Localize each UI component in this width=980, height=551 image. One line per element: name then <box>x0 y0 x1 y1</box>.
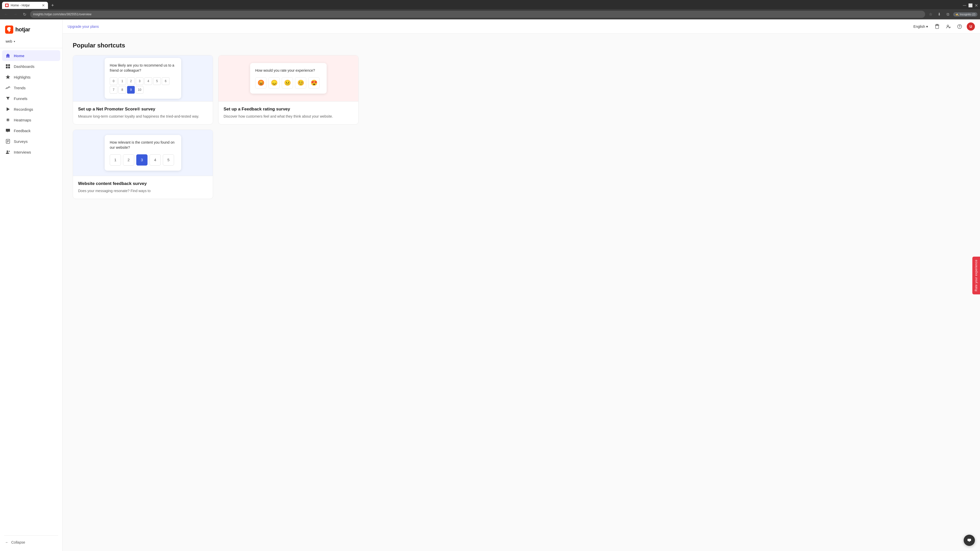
sidebar-item-surveys[interactable]: Surveys <box>0 136 62 147</box>
language-selector[interactable]: English ▾ <box>912 23 930 30</box>
nps-card-desc: Measure long-term customer loyalty and h… <box>78 114 208 119</box>
rate-experience-button[interactable]: Rate your experience <box>972 257 980 294</box>
incognito-label: Incognito (2) <box>960 13 975 16</box>
svg-marker-6 <box>6 107 10 111</box>
rating-btn-3[interactable]: 3 <box>136 154 148 165</box>
nps-widget: How likely are you to recommend us to a … <box>105 58 181 98</box>
app-container: hotjar web ▾ Home Dashboards <box>0 19 980 551</box>
nps-card-body: Set up a Net Promoter Score® survey Meas… <box>73 101 213 124</box>
nps-btn-9[interactable]: 9 <box>127 86 135 94</box>
svg-point-15 <box>9 151 10 152</box>
sidebar-logo-text: hotjar <box>15 26 30 33</box>
forward-button[interactable]: → <box>12 11 19 18</box>
emoji-angry[interactable]: 😡 <box>255 77 266 89</box>
sidebar-item-recordings[interactable]: Recordings <box>0 104 62 114</box>
svg-rect-5 <box>8 67 10 68</box>
add-user-button[interactable] <box>944 22 953 30</box>
sidebar-collapse-button[interactable]: ← Collapse <box>0 538 62 547</box>
upgrade-link[interactable]: Upgrade your plans <box>68 24 99 29</box>
emoji-love[interactable]: 😍 <box>308 77 320 89</box>
tab-nav: ─ ⬜ ✕ <box>963 3 978 8</box>
site-selector[interactable]: web ▾ <box>3 38 18 45</box>
minimize-button[interactable]: ─ <box>963 3 966 8</box>
new-feature-button[interactable] <box>933 22 941 30</box>
reload-button[interactable]: ↻ <box>21 11 28 18</box>
download-button[interactable]: ⬇ <box>936 11 943 18</box>
content-feedback-card[interactable]: How relevant is the content you found on… <box>73 130 213 199</box>
tab-title: Home - Hotjar <box>11 3 40 7</box>
funnels-icon <box>5 96 11 101</box>
language-label: English <box>913 24 925 29</box>
sidebar-item-trends[interactable]: Trends <box>0 83 62 93</box>
trends-icon <box>5 85 11 91</box>
feedback-rating-card-body: Set up a Feedback rating survey Discover… <box>218 101 358 124</box>
sidebar-divider <box>4 535 58 536</box>
sidebar-item-heatmaps-label: Heatmaps <box>14 118 31 122</box>
sidebar-item-highlights[interactable]: Highlights <box>0 72 62 83</box>
svg-rect-4 <box>6 67 8 68</box>
add-user-icon <box>946 24 951 29</box>
nps-btn-5[interactable]: 5 <box>153 77 161 85</box>
sidebar-navigation: Home Dashboards Highlights <box>0 50 62 534</box>
tab-bar: Home - Hotjar ✕ + ─ ⬜ ✕ <box>0 0 980 9</box>
nps-scale: 0 1 2 3 4 5 6 7 8 9 <box>110 77 176 94</box>
content-feedback-preview: How relevant is the content you found on… <box>73 130 213 176</box>
sidebar: hotjar web ▾ Home Dashboards <box>0 19 62 551</box>
new-tab-button[interactable]: + <box>49 2 56 9</box>
sidebar-item-trends-label: Trends <box>14 86 25 90</box>
bookmark-button[interactable]: ☆ <box>927 11 934 18</box>
help-button[interactable]: ? <box>956 22 964 30</box>
language-chevron: ▾ <box>926 24 928 29</box>
collapse-icon: ← <box>5 540 9 545</box>
chat-icon <box>966 537 972 543</box>
back-button[interactable]: ← <box>3 11 10 18</box>
heatmaps-icon <box>5 117 11 123</box>
chat-bubble-button[interactable] <box>964 535 975 546</box>
nps-btn-4[interactable]: 4 <box>145 77 152 85</box>
collapse-label: Collapse <box>11 540 25 545</box>
feedback-icon <box>5 128 11 133</box>
maximize-button[interactable]: ⬜ <box>968 3 973 7</box>
nps-btn-7[interactable]: 7 <box>110 86 118 94</box>
sidebar-item-dashboards[interactable]: Dashboards <box>0 61 62 72</box>
nps-btn-3[interactable]: 3 <box>136 77 143 85</box>
emoji-neutral[interactable]: 😐 <box>282 77 293 89</box>
sidebar-item-heatmaps[interactable]: Heatmaps <box>0 114 62 125</box>
tab-close-button[interactable]: ✕ <box>42 3 45 7</box>
svg-rect-3 <box>8 64 10 66</box>
nps-btn-8[interactable]: 8 <box>118 86 126 94</box>
rating-btn-5[interactable]: 5 <box>163 154 174 165</box>
sidebar-item-interviews[interactable]: Interviews <box>0 147 62 157</box>
user-avatar[interactable]: U <box>967 22 975 30</box>
svg-point-17 <box>947 25 948 27</box>
sidebar-item-funnels[interactable]: Funnels <box>0 93 62 104</box>
nps-btn-2[interactable]: 2 <box>127 77 135 85</box>
sidebar-item-feedback[interactable]: Feedback <box>0 125 62 136</box>
site-selector-chevron: ▾ <box>14 40 15 43</box>
nps-btn-1[interactable]: 1 <box>118 77 126 85</box>
extensions-button[interactable]: ⧉ <box>945 11 952 18</box>
nps-btn-0[interactable]: 0 <box>110 77 118 85</box>
sidebar-item-home[interactable]: Home <box>2 50 60 61</box>
rating-btn-4[interactable]: 4 <box>150 154 161 165</box>
sidebar-item-dashboards-label: Dashboards <box>14 64 35 68</box>
nps-btn-10[interactable]: 10 <box>136 86 143 94</box>
sidebar-item-surveys-label: Surveys <box>14 139 27 144</box>
browser-tab-active[interactable]: Home - Hotjar ✕ <box>2 2 48 9</box>
nps-card[interactable]: How likely are you to recommend us to a … <box>73 55 213 124</box>
nps-card-title: Set up a Net Promoter Score® survey <box>78 106 208 112</box>
emoji-sad[interactable]: 😞 <box>269 77 280 89</box>
feedback-rating-preview: How would you rate your experience? 😡 😞 … <box>218 56 358 101</box>
home-icon <box>5 53 11 59</box>
svg-point-9 <box>7 119 8 121</box>
rating-btn-2[interactable]: 2 <box>123 154 134 165</box>
content-question: How relevant is the content you found on… <box>110 140 176 150</box>
highlights-icon <box>5 74 11 80</box>
incognito-badge: 🕵 Incognito (2) <box>953 12 977 17</box>
close-window-button[interactable]: ✕ <box>975 3 978 8</box>
nps-btn-6[interactable]: 6 <box>162 77 169 85</box>
emoji-happy[interactable]: 😊 <box>295 77 306 89</box>
rating-btn-1[interactable]: 1 <box>110 154 121 165</box>
feedback-rating-card[interactable]: How would you rate your experience? 😡 😞 … <box>218 55 359 124</box>
address-bar[interactable]: insights.hotjar.com/sites/3825551/overvi… <box>30 11 925 18</box>
